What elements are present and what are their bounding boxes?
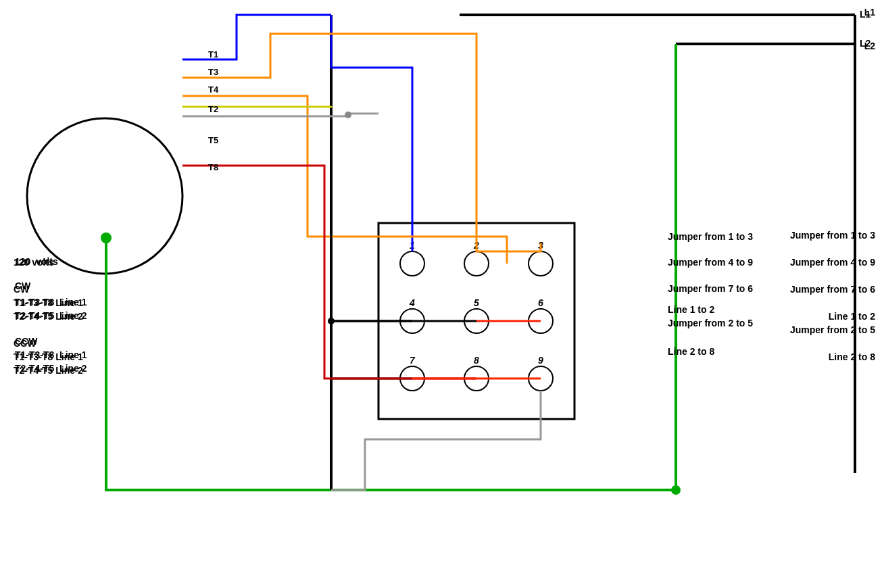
ccw-label: CCW bbox=[14, 338, 36, 349]
cw-label: CW bbox=[14, 284, 29, 295]
line1-2-label: Line 1 to 2 bbox=[829, 311, 875, 322]
L2-label: L2 bbox=[864, 41, 875, 51]
ccw-line2-label: T2-T4-T5 Line 2 bbox=[14, 365, 83, 376]
jumper-2-5-label: Jumper from 2 to 5 bbox=[790, 324, 875, 335]
voltage-label: 120 volts bbox=[14, 257, 54, 268]
jumper-1-3-label: Jumper from 1 to 3 bbox=[790, 230, 875, 241]
cw-line2-label: T2-T4-T5 Line 2 bbox=[14, 311, 83, 322]
line2-8-label: Line 2 to 8 bbox=[829, 351, 875, 362]
cw-line1-label: T1-T3-T8 Line 1 bbox=[14, 297, 83, 308]
ccw-line1-label: T1-T3-T8 Line 1 bbox=[14, 351, 83, 362]
jumper-4-9-label: Jumper from 4 to 9 bbox=[790, 257, 875, 268]
L1-label: L1 bbox=[864, 7, 875, 18]
jumper-7-6-label: Jumper from 7 to 6 bbox=[790, 284, 875, 295]
